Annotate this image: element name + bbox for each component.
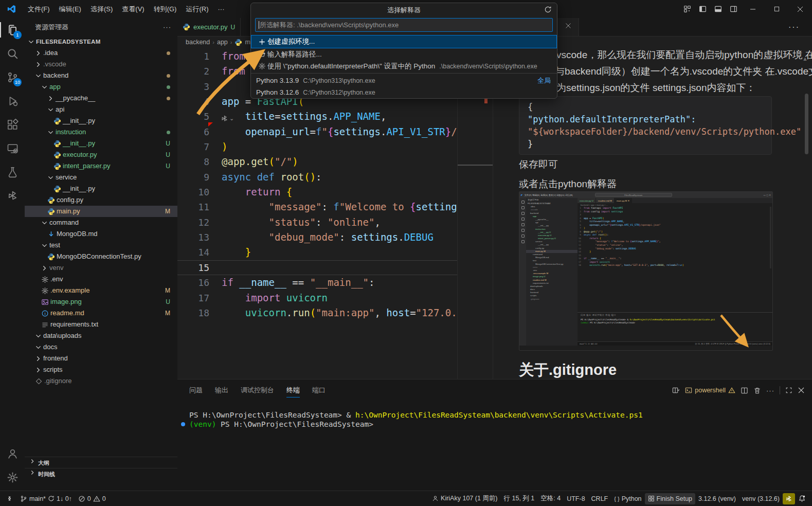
- timeline-section[interactable]: 时间线: [25, 468, 177, 480]
- activity-account[interactable]: [0, 442, 25, 465]
- tree-item[interactable]: .gitignore: [25, 375, 177, 387]
- tree-item[interactable]: MongoDB.md: [25, 228, 177, 240]
- panel-tab-调试控制台[interactable]: 调试控制台: [241, 384, 274, 397]
- close-panel-icon[interactable]: [798, 387, 805, 394]
- menu-4[interactable]: 转到(G): [149, 0, 182, 18]
- split-icon[interactable]: [741, 387, 748, 394]
- tree-item[interactable]: intent_parser.pyU: [25, 160, 177, 172]
- split-terminal-dropdown-icon[interactable]: [672, 387, 680, 394]
- outline-section[interactable]: 大纲: [25, 457, 177, 468]
- minimize-button[interactable]: [741, 0, 765, 18]
- tab-executor-py[interactable]: executor.py U: [177, 18, 241, 36]
- maximize-panel-icon[interactable]: [785, 387, 792, 394]
- remote-indicator[interactable]: [3, 493, 17, 504]
- git-blame-status[interactable]: KiriAky 107 (1 周前): [429, 493, 500, 504]
- tree-item[interactable]: frontend: [25, 353, 177, 364]
- tree-item[interactable]: data\uploads: [25, 330, 177, 341]
- activity-scm[interactable]: 10: [0, 65, 25, 89]
- panel-tab-端口[interactable]: 端口: [312, 384, 326, 397]
- tree-item[interactable]: .idea: [25, 47, 177, 59]
- menu-3[interactable]: 查看(V): [117, 0, 149, 18]
- preview-more-icon[interactable]: ···: [788, 18, 800, 36]
- tree-item[interactable]: __init__.py: [25, 115, 177, 127]
- panel-tab-终端[interactable]: 终端: [286, 384, 300, 397]
- tree-item[interactable]: docs: [25, 341, 177, 353]
- interpreter-search-input[interactable]: 所选解释器: .\backend\venv\Scripts\python.exe: [255, 18, 553, 32]
- menu-5[interactable]: 运行(R): [181, 0, 213, 18]
- tree-item[interactable]: .env.exampleM: [25, 285, 177, 296]
- problems-status[interactable]: 0 0: [75, 493, 109, 504]
- tree-item[interactable]: command: [25, 217, 177, 228]
- interpreter-option-0[interactable]: 创建虚拟环境...: [251, 35, 557, 48]
- tree-item[interactable]: service: [25, 172, 177, 183]
- terminal-instance-powershell[interactable]: powershell: [685, 387, 735, 394]
- indentation-status[interactable]: 空格: 4: [537, 493, 564, 504]
- maximize-button[interactable]: [765, 0, 788, 18]
- tree-item[interactable]: executor.pyU: [25, 149, 177, 160]
- activity-pinwheel[interactable]: [0, 184, 25, 207]
- preview-scrollbar[interactable]: [804, 57, 809, 379]
- interpreter-option-4[interactable]: Python 3.12.6C:\Python312\python.exe: [251, 86, 557, 98]
- python-env-status[interactable]: venv (3.12.6): [739, 493, 783, 504]
- toggle-secondary-sidebar-icon[interactable]: [726, 0, 741, 18]
- tree-item[interactable]: config.py: [25, 194, 177, 206]
- tree-item[interactable]: venv: [25, 262, 177, 274]
- activity-settings[interactable]: [0, 465, 25, 489]
- tree-item[interactable]: app: [25, 81, 177, 93]
- breadcrumb-item[interactable]: backend: [186, 39, 210, 46]
- tree-item[interactable]: __pycache__: [25, 93, 177, 104]
- breadcrumb-item[interactable]: app: [217, 39, 228, 46]
- interpreter-option-3[interactable]: Python 3.13.9C:\Python313\python.exe全局: [251, 75, 557, 86]
- activity-search[interactable]: [0, 42, 25, 65]
- toggle-sidebar-icon[interactable]: [695, 0, 710, 18]
- menu-more[interactable]: ···: [213, 0, 229, 18]
- task-status[interactable]: Finish Setup: [645, 493, 695, 504]
- close-tab-icon[interactable]: [565, 23, 571, 30]
- activity-explorer[interactable]: 1: [0, 18, 25, 42]
- activity-testing[interactable]: [0, 160, 25, 184]
- close-window-button[interactable]: [788, 0, 812, 18]
- toggle-panel-icon[interactable]: [710, 0, 726, 18]
- tree-item[interactable]: main.pyM: [25, 206, 177, 217]
- tree-item[interactable]: MongoDBConnectionTest.py: [25, 251, 177, 262]
- minimap-slider[interactable]: [458, 165, 493, 166]
- tree-item[interactable]: scripts: [25, 364, 177, 375]
- activity-remote[interactable]: [0, 136, 25, 160]
- encoding-status[interactable]: UTF-8: [564, 493, 588, 504]
- copilot-inline-icon[interactable]: ⌄: [221, 115, 234, 122]
- tree-item[interactable]: readme.mdM: [25, 308, 177, 319]
- cursor-position-status[interactable]: 行 15, 列 1: [501, 493, 538, 504]
- interpreter-option-1[interactable]: 输入解释器路径...: [251, 48, 557, 60]
- tree-item[interactable]: requirements.txt: [25, 319, 177, 330]
- tree-item[interactable]: instruction: [25, 127, 177, 138]
- tree-item[interactable]: __init__.py: [25, 183, 177, 194]
- tree-item[interactable]: .vscode: [25, 59, 177, 70]
- panel-tab-输出[interactable]: 输出: [215, 384, 228, 397]
- extension-pinwheel-icon[interactable]: [783, 493, 795, 504]
- terminal-output[interactable]: PS H:\OwnProject\FilesReadSysteam> & h:\…: [189, 410, 807, 489]
- activity-extensions[interactable]: [0, 113, 25, 136]
- git-branch-status[interactable]: main* 1↓ 0↑: [17, 493, 75, 504]
- activity-debug[interactable]: [0, 89, 25, 113]
- customize-layout-icon[interactable]: [679, 0, 695, 18]
- panel-more-icon[interactable]: ···: [766, 387, 774, 394]
- tree-item[interactable]: image.pngU: [25, 296, 177, 308]
- tree-item[interactable]: FILESREADSYSTEAM: [25, 36, 177, 47]
- panel-tab-问题[interactable]: 问题: [189, 384, 203, 397]
- explorer-more-icon[interactable]: ···: [163, 23, 171, 31]
- python-interpreter-status[interactable]: 3.12.6 (venv): [695, 493, 739, 504]
- menu-2[interactable]: 选择(S): [86, 0, 117, 18]
- tree-item[interactable]: backend: [25, 70, 177, 81]
- menu-0[interactable]: 文件(F): [23, 0, 55, 18]
- tree-item[interactable]: __init__.pyU: [25, 138, 177, 149]
- language-status[interactable]: { } Python: [611, 493, 644, 504]
- trash-icon[interactable]: [753, 387, 761, 394]
- menu-1[interactable]: 编辑(E): [55, 0, 86, 18]
- tree-item[interactable]: test: [25, 240, 177, 251]
- refresh-icon[interactable]: [544, 6, 552, 13]
- tree-item[interactable]: api: [25, 104, 177, 115]
- notifications-bell-icon[interactable]: [795, 493, 809, 504]
- interpreter-option-2[interactable]: 使用 \"python.defaultInterpreterPath\" 设置中…: [251, 60, 557, 72]
- tree-item[interactable]: .env: [25, 274, 177, 285]
- eol-status[interactable]: CRLF: [588, 493, 611, 504]
